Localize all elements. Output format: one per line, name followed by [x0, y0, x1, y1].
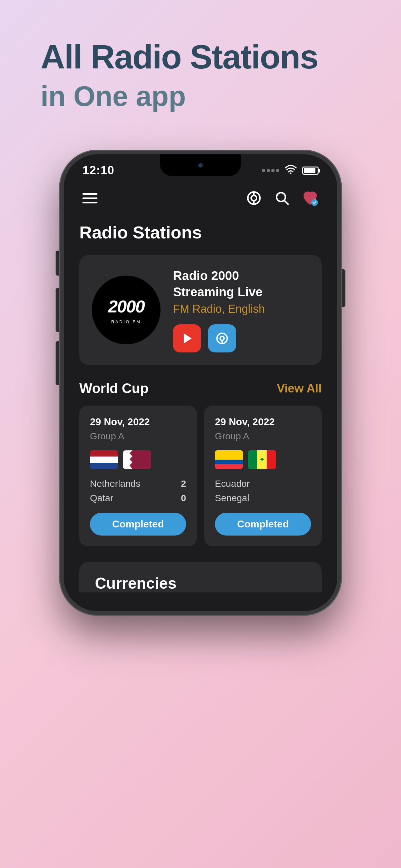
team-score: 0: [181, 493, 186, 503]
radio-stations-title: Radio Stations: [79, 222, 322, 243]
volume-down-button: [56, 341, 59, 385]
station-genre: FM Radio, English: [173, 303, 309, 316]
team-row: Ecuador: [215, 478, 311, 489]
world-cup-header: World Cup View All: [79, 380, 322, 396]
podcast-nav-button[interactable]: [245, 190, 262, 207]
svg-point-6: [220, 337, 224, 341]
team-row: Netherlands 2: [90, 478, 186, 489]
menu-button[interactable]: [82, 193, 97, 204]
flag-senegal: ✦: [248, 450, 276, 469]
station-buttons: [173, 324, 309, 352]
page-title-sub: in One app: [41, 80, 360, 113]
mute-button: [56, 251, 59, 276]
wifi-icon: [285, 165, 297, 176]
hamburger-line: [82, 202, 97, 204]
nav-right-icons: [245, 190, 319, 207]
team-row: Senegal: [215, 493, 311, 503]
team-score: 2: [181, 478, 186, 489]
nav-bar: [64, 180, 337, 216]
matches-grid: 29 Nov, 2022 Group A: [79, 406, 322, 546]
flag-ecuador: [215, 450, 243, 469]
match-card-1: 29 Nov, 2022 Group A: [79, 406, 197, 546]
completed-button-2[interactable]: Completed: [215, 513, 311, 535]
hamburger-line: [82, 197, 97, 199]
view-all-button[interactable]: View All: [277, 382, 322, 395]
currencies-title: Currencies: [95, 574, 306, 592]
station-logo-subtext: RADIO FM: [108, 318, 144, 324]
power-button: [342, 269, 345, 307]
flag-netherlands: [90, 450, 118, 469]
play-button[interactable]: [173, 324, 201, 352]
status-icons: [262, 165, 319, 176]
podcast-button[interactable]: [208, 324, 236, 352]
page-title-main: All Radio Stations: [41, 37, 360, 76]
svg-marker-4: [183, 333, 192, 344]
svg-point-0: [290, 173, 292, 174]
featured-station-card: 2000 RADIO FM Radio 2000 Streaming Live …: [79, 255, 322, 365]
flag-qatar: [123, 450, 151, 469]
battery-icon: [302, 166, 319, 175]
page-header: All Radio Stations in One app: [0, 0, 401, 132]
team-name: Senegal: [215, 493, 249, 503]
match-date-2: 29 Nov, 2022: [215, 416, 311, 428]
status-bar: 12:10: [64, 154, 337, 180]
match-group-2: Group A: [215, 431, 311, 441]
completed-button-1[interactable]: Completed: [90, 513, 186, 535]
notch: [160, 154, 241, 176]
phone-mockup: 12:10: [60, 151, 341, 615]
world-cup-title: World Cup: [79, 380, 149, 396]
station-name-line1: Radio 2000 Streaming Live: [173, 268, 309, 300]
hamburger-line: [82, 193, 97, 195]
favorites-nav-button[interactable]: [302, 190, 319, 207]
station-logo: 2000 RADIO FM: [92, 276, 161, 344]
signal-icon: [262, 169, 279, 172]
station-logo-number: 2000: [108, 296, 144, 316]
status-time: 12:10: [82, 164, 114, 177]
match-group-1: Group A: [90, 431, 186, 441]
notch-dot: [198, 163, 203, 167]
match-date-1: 29 Nov, 2022: [90, 416, 186, 428]
match-teams-1: Netherlands 2 Qatar 0: [90, 478, 186, 503]
team-name: Qatar: [90, 493, 113, 503]
search-nav-button[interactable]: [274, 190, 291, 207]
svg-point-2: [251, 195, 257, 201]
team-row: Qatar 0: [90, 493, 186, 503]
phone-frame: 12:10: [60, 151, 341, 615]
match-card-2: 29 Nov, 2022 Group A ✦: [204, 406, 322, 546]
currencies-section: Currencies: [79, 562, 322, 592]
phone-content: Radio Stations 2000 RADIO FM Radio 2000 …: [64, 216, 337, 611]
match-teams-2: Ecuador Senegal: [215, 478, 311, 503]
team-name: Ecuador: [215, 478, 250, 489]
volume-up-button: [56, 288, 59, 332]
flags-row-1: [90, 450, 186, 469]
flags-row-2: ✦: [215, 450, 311, 469]
team-name: Netherlands: [90, 478, 140, 489]
station-info: Radio 2000 Streaming Live FM Radio, Engl…: [173, 268, 309, 352]
